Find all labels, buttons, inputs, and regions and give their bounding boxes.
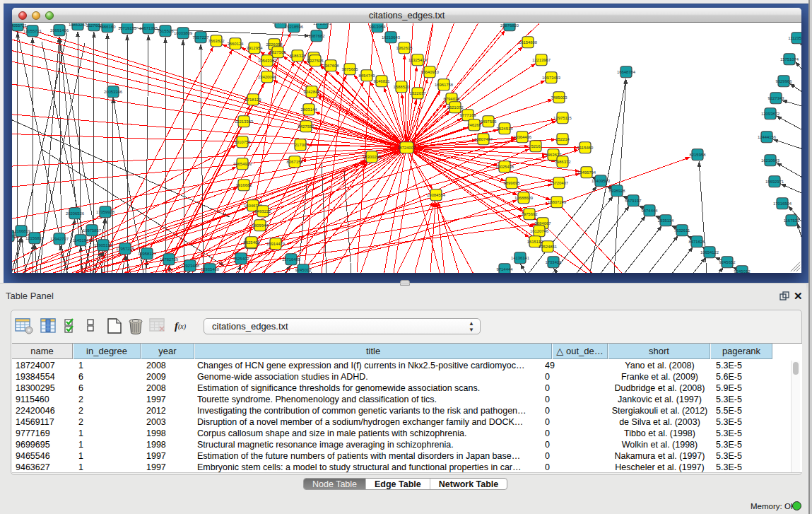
svg-text:16914479: 16914479 (266, 242, 285, 246)
svg-text:3660124: 3660124 (228, 42, 245, 46)
svg-text:10671355: 10671355 (139, 26, 158, 30)
svg-text:1145194: 1145194 (73, 238, 89, 243)
svg-text:12444156: 12444156 (758, 135, 777, 139)
svg-text:15720407: 15720407 (550, 181, 568, 185)
svg-text:8186328: 8186328 (290, 54, 307, 58)
svg-text:10543362: 10543362 (258, 59, 276, 63)
svg-text:12905135: 12905135 (94, 243, 113, 247)
svg-text:17957225: 17957225 (116, 247, 135, 251)
svg-text:8938928: 8938928 (609, 189, 626, 193)
svg-text:15716485: 15716485 (282, 257, 301, 262)
svg-text:2935114: 2935114 (658, 218, 674, 223)
svg-text:6794028: 6794028 (444, 97, 461, 101)
svg-text:1733426: 1733426 (546, 260, 563, 264)
svg-text:(x): (x) (178, 322, 187, 331)
svg-text:12055721: 12055721 (23, 29, 42, 33)
svg-text:12213967: 12213967 (532, 58, 551, 62)
svg-text:10958127: 10958127 (138, 252, 156, 256)
svg-text:6679197: 6679197 (625, 199, 642, 203)
svg-text:18807249: 18807249 (548, 200, 566, 204)
svg-text:746266: 746266 (467, 123, 481, 127)
svg-text:16640910: 16640910 (420, 70, 440, 74)
svg-text:10807487: 10807487 (474, 137, 493, 141)
svg-text:6899695: 6899695 (504, 181, 521, 185)
svg-text:2367608: 2367608 (323, 64, 340, 68)
svg-text:14136141: 14136141 (511, 256, 529, 260)
svg-text:1362615: 1362615 (396, 46, 413, 50)
svg-text:9146821: 9146821 (374, 79, 390, 83)
svg-text:9913054: 9913054 (370, 25, 387, 29)
svg-text:10654122: 10654122 (700, 250, 719, 255)
svg-text:12166819: 12166819 (12, 229, 30, 233)
svg-text:14055721: 14055721 (12, 23, 27, 28)
svg-text:16210643: 16210643 (761, 158, 780, 163)
svg-text:16120746: 16120746 (530, 229, 549, 233)
svg-text:9474444: 9474444 (642, 209, 659, 213)
svg-text:7625402: 7625402 (244, 240, 260, 245)
svg-text:9684067: 9684067 (535, 221, 551, 226)
svg-text:8471626: 8471626 (689, 240, 706, 244)
svg-text:7515526: 7515526 (158, 29, 175, 33)
svg-text:17359928: 17359928 (96, 210, 115, 214)
svg-text:9827505: 9827505 (270, 50, 287, 54)
svg-text:11123574: 11123574 (788, 36, 801, 40)
svg-text:16961758: 16961758 (435, 83, 454, 87)
svg-text:7663822: 7663822 (208, 39, 225, 43)
svg-text:18724007: 18724007 (397, 146, 416, 150)
svg-text:10025438: 10025438 (495, 165, 514, 169)
svg-text:2087682: 2087682 (309, 34, 325, 38)
svg-text:10853267: 10853267 (69, 23, 87, 27)
svg-text:16409563: 16409563 (592, 179, 611, 183)
svg-text:15751074: 15751074 (780, 57, 799, 62)
svg-text:9242848: 9242848 (304, 90, 321, 94)
svg-text:9245012: 9245012 (734, 269, 751, 273)
svg-text:10973493: 10973493 (542, 76, 561, 80)
svg-text:2718129: 2718129 (245, 98, 261, 102)
svg-text:16154808: 16154808 (519, 40, 538, 45)
svg-text:10975857: 10975857 (83, 228, 101, 233)
svg-text:12975115: 12975115 (553, 116, 572, 120)
svg-text:9329966: 9329966 (776, 79, 793, 83)
svg-text:6497505: 6497505 (481, 119, 498, 124)
svg-text:19654923: 19654923 (233, 162, 252, 166)
svg-text:15692971: 15692971 (765, 180, 784, 184)
svg-text:16648784: 16648784 (617, 70, 636, 74)
svg-text:20876820: 20876820 (500, 23, 519, 28)
svg-text:1588520: 1588520 (394, 85, 411, 89)
svg-text:20364436: 20364436 (513, 135, 532, 139)
svg-text:7625402: 7625402 (233, 257, 249, 261)
svg-text:10719155: 10719155 (118, 26, 137, 30)
svg-text:13495794: 13495794 (577, 170, 596, 175)
svg-text:11325419: 11325419 (408, 58, 427, 62)
svg-text:12935468: 12935468 (201, 267, 220, 271)
svg-text:8267150: 8267150 (287, 160, 304, 164)
svg-text:12156819: 12156819 (25, 236, 44, 240)
svg-text:9714444: 9714444 (497, 267, 514, 271)
svg-text:5493222: 5493222 (255, 209, 271, 214)
svg-text:1010755: 1010755 (235, 140, 252, 144)
svg-text:20053346: 20053346 (104, 90, 123, 94)
svg-text:12213383: 12213383 (235, 119, 254, 124)
svg-text:19384554: 19384554 (427, 193, 446, 197)
svg-text:2226058: 2226058 (266, 42, 283, 47)
svg-text:16782759: 16782759 (160, 257, 178, 262)
svg-text:20206526: 20206526 (66, 211, 85, 216)
svg-text:20691406: 20691406 (50, 28, 69, 33)
svg-text:16210643: 16210643 (382, 35, 401, 40)
svg-text:8454749: 8454749 (359, 74, 375, 78)
svg-text:3875685: 3875685 (342, 67, 359, 71)
svg-text:1916682: 1916682 (236, 183, 252, 187)
svg-text:9227343: 9227343 (768, 96, 785, 100)
svg-text:6809944: 6809944 (252, 223, 269, 228)
svg-text:9777169: 9777169 (460, 113, 476, 117)
svg-text:21700: 21700 (295, 143, 307, 147)
svg-text:5216: 5216 (531, 144, 541, 148)
svg-text:9327505: 9327505 (307, 59, 324, 63)
svg-text:12923488: 12923488 (181, 264, 200, 268)
svg-text:7485003: 7485003 (551, 95, 568, 100)
svg-text:7357227: 7357227 (193, 35, 209, 40)
svg-text:17016504: 17016504 (773, 201, 792, 206)
svg-text:13524851: 13524851 (539, 245, 557, 249)
svg-text:10033809: 10033809 (174, 31, 192, 35)
svg-text:1615112: 1615112 (527, 240, 543, 244)
